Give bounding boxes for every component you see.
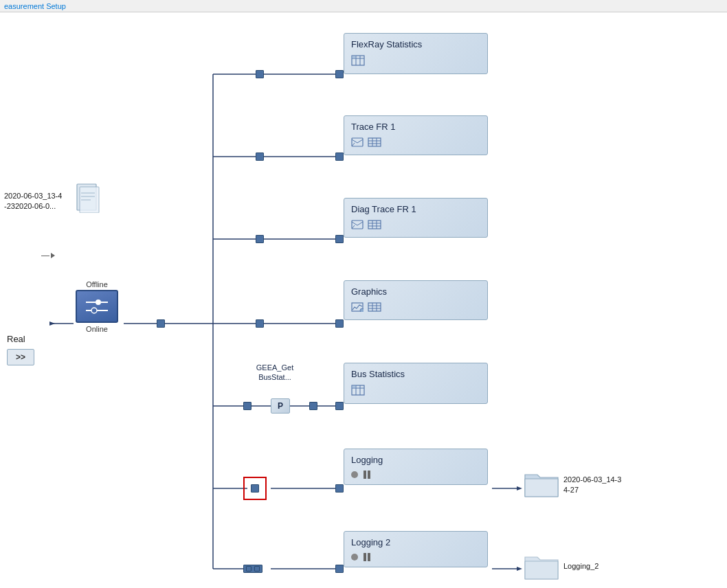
module-trace-fr1[interactable]: Trace FR 1 — [344, 115, 488, 155]
svg-marker-24 — [517, 486, 522, 490]
connector-bus-stat-p-out[interactable] — [309, 402, 317, 410]
measurement-setup-link[interactable]: easurement Setup — [4, 2, 66, 10]
main-canvas: P GEEA_Get BusStat... FlexRay Statistics… — [0, 12, 727, 588]
connector-trace-fr1-in[interactable] — [335, 152, 344, 161]
svg-rect-47 — [368, 303, 381, 311]
module-title-bus-stats: Bus Statistics — [344, 363, 487, 382]
connector-logging2-double[interactable] — [243, 565, 262, 573]
connector-diag-trace[interactable] — [256, 235, 264, 243]
module-icons-flexray — [344, 52, 487, 74]
module-bus-statistics[interactable]: Bus Statistics — [344, 363, 488, 404]
module-logging[interactable]: Logging — [344, 449, 488, 485]
table-icon-bus — [351, 385, 365, 398]
module-title-logging2: Logging 2 — [344, 532, 487, 550]
pause-bar-right-2 — [368, 553, 370, 561]
module-graphics[interactable]: Graphics — [344, 280, 488, 320]
connector-logging-in[interactable] — [335, 484, 344, 493]
document-icon — [76, 183, 102, 213]
svg-rect-33 — [368, 138, 381, 146]
svg-point-63 — [96, 299, 101, 305]
module-icons-diag — [344, 217, 487, 237]
pause-bar-right — [368, 471, 370, 479]
svg-marker-23 — [49, 321, 55, 326]
module-icons-bus-stats — [344, 382, 487, 403]
geea-label: GEEA_Get BusStat... — [247, 363, 302, 383]
connector-logging-inner[interactable] — [251, 484, 259, 493]
svg-rect-38 — [352, 220, 363, 229]
folder-logging-output[interactable] — [524, 469, 559, 501]
connector-graphics-in[interactable] — [335, 319, 344, 328]
pause-button[interactable] — [364, 471, 370, 479]
table-icon — [351, 55, 365, 68]
folder-icon-logging — [524, 469, 559, 499]
svg-point-66 — [91, 308, 97, 313]
logging2-controls — [344, 550, 487, 567]
connector-flexray-in[interactable] — [335, 70, 344, 78]
module-icons-trace-fr1 — [344, 135, 487, 155]
module-title-diag: Diag Trace FR 1 — [344, 199, 487, 217]
file-label-line2: -232020-06-0... — [4, 201, 62, 212]
folder-icon-logging2 — [524, 552, 559, 582]
doc-icon-left[interactable] — [76, 183, 102, 215]
p-label: P — [278, 401, 283, 411]
svg-marker-25 — [517, 567, 522, 571]
connector-diag-trace-in[interactable] — [335, 235, 344, 243]
connector-bus-stat[interactable] — [243, 402, 251, 410]
module-flexray-statistics[interactable]: FlexRay Statistics — [344, 33, 488, 74]
top-bar-text: easurement Setup — [4, 2, 66, 10]
message-icon — [351, 137, 364, 149]
module-diag-trace-fr1[interactable]: Diag Trace FR 1 — [344, 198, 488, 238]
table2-icon — [368, 137, 381, 149]
mode-block: Offline Online — [72, 280, 122, 333]
record-dot-2 — [351, 554, 358, 561]
arrow-button[interactable]: >> — [7, 349, 34, 365]
folder-logging2-label: Logging_2 — [563, 562, 599, 570]
svg-rect-40 — [368, 220, 381, 229]
doc-arrow — [41, 253, 55, 258]
connector-graphics[interactable] — [256, 319, 264, 328]
svg-rect-56 — [352, 385, 356, 388]
connector-logging2-in[interactable] — [335, 565, 344, 573]
module-icons-graphics — [344, 299, 487, 319]
svg-rect-31 — [352, 138, 363, 146]
file-label-left: 2020-06-03_13-4 -232020-06-0... — [4, 191, 62, 212]
pause-bar-left-2 — [364, 553, 366, 561]
top-bar: easurement Setup — [0, 0, 727, 12]
svg-point-46 — [360, 308, 364, 312]
p-block[interactable]: P — [271, 398, 290, 414]
module-title-trace-fr1: Trace FR 1 — [344, 116, 487, 135]
arrow-button-label: >> — [16, 352, 25, 362]
module-logging2[interactable]: Logging 2 — [344, 531, 488, 567]
record-dot — [351, 471, 358, 478]
offline-label: Offline — [72, 280, 122, 289]
module-title-logging: Logging — [344, 449, 487, 468]
folder1-label-text: 2020-06-03_14-34-27 — [563, 475, 621, 494]
connector-bus-stat-in[interactable] — [335, 402, 344, 410]
table2-icon-diag — [368, 220, 381, 231]
mode-toggle-button[interactable] — [76, 290, 118, 323]
folder2-label-text: Logging_2 — [563, 562, 599, 570]
module-title-flexray: FlexRay Statistics — [344, 34, 487, 52]
pause-button-2[interactable] — [364, 553, 370, 561]
folder-logging2-output[interactable] — [524, 552, 559, 584]
table2-icon-graphics — [368, 302, 381, 314]
message-icon-diag — [351, 220, 364, 231]
mode-button-icon — [85, 297, 109, 316]
logging-controls — [344, 468, 487, 484]
connector-flexray[interactable] — [256, 70, 264, 78]
svg-rect-30 — [352, 56, 356, 58]
real-label: Real — [7, 334, 25, 344]
folder-logging-label: 2020-06-03_14-34-27 — [563, 475, 621, 496]
file-label-line1: 2020-06-03_13-4 — [4, 191, 62, 201]
graphics-icon — [351, 302, 364, 314]
online-label: Online — [72, 325, 122, 333]
connector-logging-red[interactable] — [243, 477, 267, 500]
connector-online-out[interactable] — [157, 319, 165, 328]
pause-bar-left — [364, 471, 366, 479]
connector-trace-fr1[interactable] — [256, 152, 264, 161]
module-title-graphics: Graphics — [344, 281, 487, 299]
